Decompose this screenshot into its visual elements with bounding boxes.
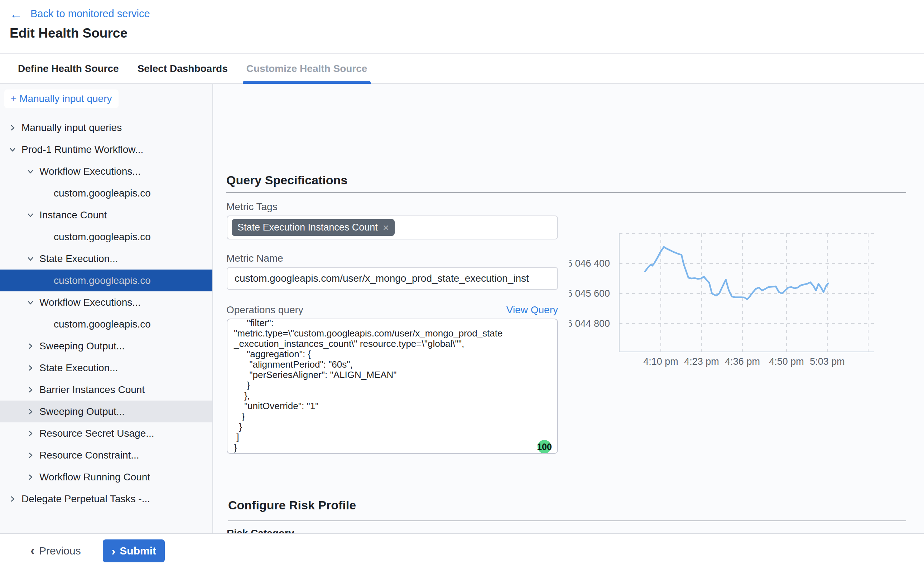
tree-item-resource-constraint[interactable]: Resource Constraint... bbox=[0, 444, 212, 466]
tree-item-state-execution[interactable]: State Execution... bbox=[0, 248, 212, 270]
tree-item-label: Workflow Executions... bbox=[39, 166, 141, 177]
query-tree: Manually input queriesProd-1 Runtime Wor… bbox=[0, 117, 212, 510]
chevron-right-icon[interactable] bbox=[27, 364, 35, 372]
page-title: Edit Health Source bbox=[10, 26, 128, 41]
tree-item-label: Workflow Running Count bbox=[39, 471, 150, 483]
tree-item-resource-secret-usage[interactable]: Resource Secret Usage... bbox=[0, 422, 212, 444]
tree-item-custom-googleapis-co[interactable]: custom.googleapis.co bbox=[0, 270, 212, 291]
tree-item-instance-count[interactable]: Instance Count bbox=[0, 204, 212, 226]
chevron-right-icon[interactable] bbox=[27, 386, 35, 394]
chevron-right-icon[interactable] bbox=[27, 342, 35, 350]
tree-item-barrier-instances-count[interactable]: Barrier Instances Count bbox=[0, 379, 212, 400]
chevron-right-icon[interactable] bbox=[27, 473, 35, 481]
metric-name-input[interactable] bbox=[227, 267, 558, 290]
footer-bar: ‹ Previous › Submit bbox=[0, 533, 924, 567]
tree-item-delegate-perpetual-tasks[interactable]: Delegate Perpetual Tasks -... bbox=[0, 488, 212, 510]
tree-item-prod-1-runtime-workflow[interactable]: Prod-1 Runtime Workflow... bbox=[0, 138, 212, 160]
tab-define-health-source[interactable]: Define Health Source bbox=[17, 54, 120, 83]
metric-tags-input[interactable]: State Execution Instances Count × bbox=[227, 216, 558, 240]
svg-text:36 046 400: 36 046 400 bbox=[569, 258, 610, 269]
tree-item-label: custom.googleapis.co bbox=[54, 275, 151, 286]
tree-item-label: Delegate Perpetual Tasks -... bbox=[21, 493, 150, 505]
chevron-right-icon[interactable] bbox=[27, 452, 35, 459]
divider bbox=[226, 192, 906, 193]
view-query-link[interactable]: View Query bbox=[227, 304, 558, 316]
chevron-down-icon[interactable] bbox=[27, 255, 35, 263]
query-tree-sidebar: + Manually input query Manually input qu… bbox=[0, 84, 213, 533]
submit-button-label: Submit bbox=[120, 545, 156, 557]
main-panel: Query Specifications Metric Tags State E… bbox=[213, 84, 924, 533]
submit-button[interactable]: › Submit bbox=[103, 539, 165, 562]
tree-item-custom-googleapis-co[interactable]: custom.googleapis.co bbox=[0, 313, 212, 335]
tree-item-label: custom.googleapis.co bbox=[54, 188, 151, 199]
tab-customize-health-source[interactable]: Customize Health Source bbox=[246, 54, 368, 83]
svg-text:5:03 pm: 5:03 pm bbox=[810, 356, 845, 367]
tree-item-workflow-running-count[interactable]: Workflow Running Count bbox=[0, 466, 212, 488]
chevron-right-icon[interactable] bbox=[9, 124, 17, 132]
operations-query-text: "filter": "metric.type=\"custom.googleap… bbox=[234, 319, 551, 453]
tree-item-custom-googleapis-co[interactable]: custom.googleapis.co bbox=[0, 182, 212, 204]
divider bbox=[228, 520, 906, 521]
back-to-monitored-service-link[interactable]: ← Back to monitored service bbox=[10, 8, 150, 20]
tree-item-label: State Execution... bbox=[39, 362, 118, 374]
tree-item-label: Manually input queries bbox=[21, 122, 122, 134]
svg-text:4:10 pm: 4:10 pm bbox=[643, 356, 678, 367]
chevron-down-icon[interactable] bbox=[9, 146, 17, 154]
svg-text:36 044 800: 36 044 800 bbox=[569, 318, 610, 329]
chevron-left-icon: ‹ bbox=[30, 543, 35, 558]
tab-bar: Define Health SourceSelect DashboardsCus… bbox=[0, 54, 924, 84]
chevron-down-icon[interactable] bbox=[27, 211, 35, 219]
remove-tag-icon[interactable]: × bbox=[383, 223, 389, 232]
tree-item-manually-input-queries[interactable]: Manually input queries bbox=[0, 117, 212, 138]
tree-item-label: Instance Count bbox=[39, 209, 107, 221]
tree-item-custom-googleapis-co[interactable]: custom.googleapis.co bbox=[0, 226, 212, 248]
svg-text:4:23 pm: 4:23 pm bbox=[684, 356, 719, 367]
tree-item-label: Sweeping Output... bbox=[39, 340, 125, 352]
previous-button[interactable]: ‹ Previous bbox=[30, 534, 81, 567]
tree-item-workflow-executions[interactable]: Workflow Executions... bbox=[0, 160, 212, 182]
tree-item-workflow-executions[interactable]: Workflow Executions... bbox=[0, 291, 212, 313]
metric-name-label: Metric Name bbox=[226, 253, 283, 264]
svg-text:4:36 pm: 4:36 pm bbox=[725, 356, 760, 367]
back-arrow-icon: ← bbox=[10, 9, 23, 20]
metric-tags-label: Metric Tags bbox=[226, 201, 278, 213]
tree-item-sweeping-output[interactable]: Sweeping Output... bbox=[0, 400, 212, 422]
tree-item-sweeping-output[interactable]: Sweeping Output... bbox=[0, 335, 212, 357]
tree-item-label: custom.googleapis.co bbox=[54, 319, 151, 330]
tree-item-label: Resource Secret Usage... bbox=[39, 428, 154, 439]
query-specifications-heading: Query Specifications bbox=[226, 173, 347, 187]
metric-tag-chip: State Execution Instances Count × bbox=[232, 219, 395, 236]
metric-tag-text: State Execution Instances Count bbox=[237, 222, 378, 233]
tree-item-label: Resource Constraint... bbox=[39, 450, 139, 461]
operations-query-textarea[interactable]: "filter": "metric.type=\"custom.googleap… bbox=[227, 319, 558, 454]
svg-text:4:50 pm: 4:50 pm bbox=[769, 356, 804, 367]
tree-item-state-execution[interactable]: State Execution... bbox=[0, 357, 212, 379]
tab-select-dashboards[interactable]: Select Dashboards bbox=[137, 54, 228, 83]
tree-item-label: Workflow Executions... bbox=[39, 297, 141, 308]
tree-item-label: Prod-1 Runtime Workflow... bbox=[21, 144, 143, 155]
tree-item-label: custom.googleapis.co bbox=[54, 231, 151, 243]
tree-item-label: Barrier Instances Count bbox=[39, 384, 145, 396]
add-manual-query-button[interactable]: + Manually input query bbox=[4, 90, 119, 108]
chevron-right-icon[interactable] bbox=[9, 495, 17, 503]
chevron-down-icon[interactable] bbox=[27, 298, 35, 306]
metric-preview-chart: 36 046 40036 045 60036 044 8004:10 pm4:2… bbox=[569, 222, 913, 380]
configure-risk-profile-heading: Configure Risk Profile bbox=[228, 498, 356, 512]
chevron-right-icon[interactable] bbox=[27, 408, 35, 416]
previous-button-label: Previous bbox=[39, 545, 81, 557]
records-count-badge: 100 bbox=[538, 440, 551, 453]
svg-text:36 045 600: 36 045 600 bbox=[569, 288, 610, 299]
tree-item-label: State Execution... bbox=[39, 253, 118, 264]
back-link-label: Back to monitored service bbox=[30, 8, 150, 20]
chevron-right-icon[interactable] bbox=[27, 429, 35, 437]
chevron-right-icon: › bbox=[111, 544, 115, 558]
chevron-down-icon[interactable] bbox=[27, 168, 35, 176]
tree-item-label: Sweeping Output... bbox=[39, 406, 125, 417]
page-header: ← Back to monitored service Edit Health … bbox=[0, 0, 924, 54]
